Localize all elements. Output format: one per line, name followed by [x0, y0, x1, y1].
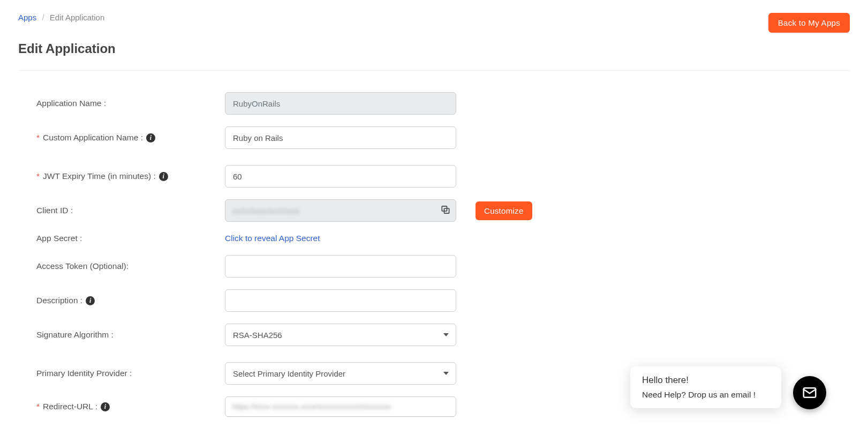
signature-algorithm-label: Signature Algorithm : — [36, 330, 225, 340]
application-name-label: Application Name : — [36, 99, 225, 108]
info-icon[interactable]: i — [101, 402, 110, 411]
access-token-label-text: Access Token (Optional): — [36, 261, 129, 271]
app-secret-label-text: App Secret : — [36, 234, 82, 243]
jwt-expiry-label: * JWT Expiry Time (in minutes) : i — [36, 171, 225, 181]
custom-application-name-label-text: Custom Application Name : — [43, 133, 143, 142]
jwt-expiry-input[interactable] — [225, 165, 456, 188]
client-id-input — [225, 199, 456, 222]
primary-identity-provider-label-text: Primary Identity Provider : — [36, 369, 132, 378]
info-icon[interactable]: i — [146, 133, 155, 142]
copy-icon[interactable] — [440, 205, 451, 217]
breadcrumb-apps-link[interactable]: Apps — [18, 13, 36, 22]
breadcrumb-current: Edit Application — [50, 13, 105, 22]
client-id-label: Client ID : — [36, 206, 225, 215]
info-icon[interactable]: i — [86, 296, 95, 305]
application-name-input — [225, 92, 456, 115]
custom-application-name-input[interactable] — [225, 126, 456, 149]
description-input[interactable] — [225, 289, 456, 312]
description-label: Description : i — [36, 296, 225, 305]
primary-identity-provider-label: Primary Identity Provider : — [36, 369, 225, 378]
required-marker: * — [36, 402, 40, 411]
divider — [18, 70, 850, 71]
app-secret-label: App Secret : — [36, 234, 225, 243]
description-label-text: Description : — [36, 296, 82, 305]
help-chat-line2: Need Help? Drop us an email ! — [642, 390, 769, 400]
mail-icon — [802, 385, 818, 401]
access-token-label: Access Token (Optional): — [36, 261, 225, 271]
custom-application-name-label: * Custom Application Name : i — [36, 133, 225, 142]
signature-algorithm-select[interactable]: RSA-SHA256 — [225, 324, 456, 346]
info-icon[interactable]: i — [159, 172, 168, 181]
help-chat-line1: Hello there! — [642, 375, 769, 386]
customize-button[interactable]: Customize — [475, 201, 532, 220]
breadcrumb: Apps / Edit Application — [18, 13, 104, 22]
chat-fab-button[interactable] — [793, 376, 826, 409]
back-to-my-apps-button[interactable]: Back to My Apps — [768, 13, 850, 33]
required-marker: * — [36, 133, 40, 142]
redirect-url-label-text: Redirect-URL : — [43, 402, 97, 411]
client-id-label-text: Client ID : — [36, 206, 73, 215]
access-token-input[interactable] — [225, 255, 456, 278]
jwt-expiry-label-text: JWT Expiry Time (in minutes) : — [43, 171, 156, 181]
required-marker: * — [36, 171, 40, 181]
redirect-url-input[interactable] — [225, 396, 456, 417]
page-title: Edit Application — [18, 41, 850, 56]
breadcrumb-separator: / — [42, 13, 44, 22]
redirect-url-label: * Redirect-URL : i — [36, 402, 225, 411]
help-chat-popup: Hello there! Need Help? Drop us an email… — [630, 366, 781, 408]
primary-identity-provider-select[interactable]: Select Primary Identity Provider — [225, 362, 456, 385]
application-name-label-text: Application Name : — [36, 99, 106, 108]
reveal-app-secret-link[interactable]: Click to reveal App Secret — [225, 234, 320, 243]
signature-algorithm-label-text: Signature Algorithm : — [36, 330, 114, 340]
